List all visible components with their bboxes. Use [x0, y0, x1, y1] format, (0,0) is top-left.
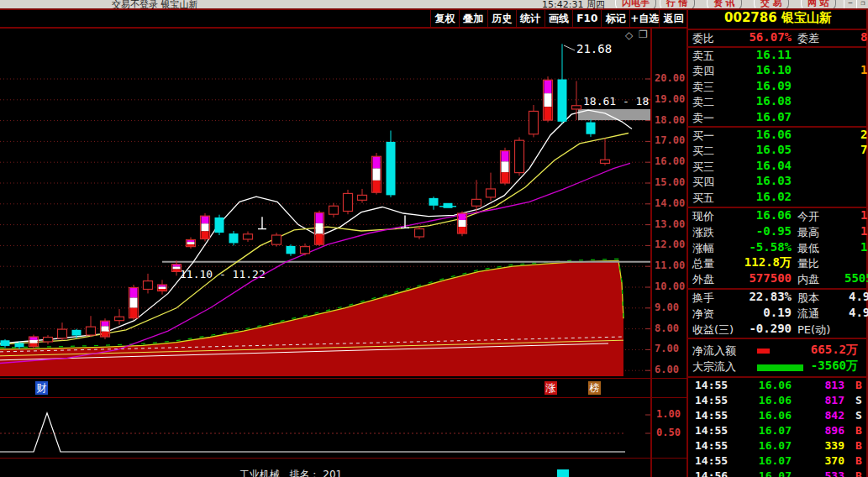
panel-value: 16.09: [756, 79, 792, 92]
panes-icon[interactable]: ❐: [639, 29, 648, 40]
candle-mark: [544, 76, 553, 123]
price-axis-label: 18.00: [655, 114, 685, 126]
candle-down: [287, 244, 296, 256]
panel-value: 买三: [692, 160, 714, 175]
fund-flow-row: 大宗流入-3560万: [688, 359, 868, 375]
pane-divider-3: [0, 458, 687, 459]
sell-level-row[interactable]: 卖三16.09: [688, 79, 868, 94]
panel-value: 817: [825, 394, 844, 406]
panel-value: 卖二: [692, 95, 714, 110]
toolbar-button-画线[interactable]: 画线: [545, 10, 574, 27]
tag-rise[interactable]: 涨: [544, 381, 557, 395]
panel-value: 339: [825, 439, 844, 452]
panel-value: -5.58%: [749, 240, 792, 254]
candle-down: [387, 131, 396, 197]
info-row: 涨幅-5.58%最低15: [688, 240, 868, 255]
toolbar-button-返回[interactable]: 返回: [660, 10, 688, 27]
panel-value: 收益(三): [692, 322, 734, 338]
buy-level-row[interactable]: 买三16.04: [688, 159, 868, 174]
candle-down: [587, 119, 596, 137]
panel-value: 卖五: [692, 49, 714, 64]
main-chart[interactable]: 18.61 - 18.0011.10 - 11.2221.68: [0, 29, 651, 378]
toolbar-button-F10[interactable]: F10: [573, 10, 602, 27]
toolbar-button-+自选[interactable]: +自选: [630, 10, 660, 27]
candle-up: [329, 203, 339, 218]
buy-level-row[interactable]: 买四16.03: [688, 174, 868, 189]
panel-value: 14:55: [695, 409, 728, 422]
panel-value: 委比: [692, 31, 714, 46]
buy-level-row[interactable]: 买二16.0575: [688, 143, 868, 158]
tick-row: 14:5516.07339B: [688, 438, 868, 453]
candle-down: [229, 231, 239, 245]
panel-value: 896: [825, 424, 844, 437]
tag-rank[interactable]: 榜: [588, 381, 601, 395]
candle-mark: [101, 318, 110, 339]
quote-panel: 002786 银宝山新 委比56.07%委差86卖五16.11卖四16.1016…: [688, 10, 868, 477]
toolbar-button-叠加[interactable]: 叠加: [460, 10, 488, 27]
candle-mark: [315, 211, 324, 246]
info-row: 总量112.8万量比: [688, 255, 868, 270]
candle-down: [429, 197, 439, 210]
candle-mark: [458, 211, 467, 236]
toolbar-button-统计[interactable]: 统计: [517, 10, 545, 27]
panel-value: PE(动): [797, 322, 830, 338]
panel-value: 卖一: [692, 111, 714, 126]
candle-up: [244, 232, 253, 242]
candle-up: [529, 105, 539, 137]
panel-value: 16.07: [756, 110, 792, 123]
chart-toolbar: 复权叠加历史统计画线F10标记+自选返回: [430, 10, 688, 27]
candle-down: [558, 44, 567, 123]
candle-mark: [201, 213, 210, 241]
panel-value: 16.04: [756, 159, 792, 172]
sell-level-row[interactable]: 卖二16.08: [688, 94, 868, 109]
tick-row: 14:5516.06813B: [688, 378, 868, 393]
panel-value: 16.02: [756, 190, 792, 203]
panel-value: 买五: [692, 191, 714, 206]
info-row: 换手22.83%股本4.97: [688, 290, 868, 305]
panel-value: 涨跌: [692, 225, 714, 240]
sell-level-row[interactable]: 卖五16.11: [688, 48, 868, 63]
diamond-icon[interactable]: ◇: [625, 29, 633, 41]
sell-level-row[interactable]: 卖一16.07: [688, 110, 868, 125]
panel-value: 股本: [797, 291, 819, 306]
panel-separator: [687, 338, 868, 339]
sell-level-row[interactable]: 卖四16.1016: [688, 63, 868, 78]
info-row: 涨跌-0.95最高17: [688, 224, 868, 239]
panel-value: -0.290: [749, 322, 792, 335]
toolbar-button-复权[interactable]: 复权: [431, 10, 460, 27]
panel-value: 买四: [692, 175, 714, 190]
panel-value: 370: [825, 454, 844, 467]
candle-up: [515, 137, 524, 176]
panel-value: 流通: [797, 307, 819, 322]
price-axis-label: 7.00: [655, 343, 679, 354]
toolbar-button-历史[interactable]: 历史: [488, 10, 517, 27]
panel-value: 16.05: [756, 143, 792, 156]
tick-row: 14:5516.06842S: [688, 408, 868, 423]
candle-mark: [129, 285, 139, 320]
panel-value: 现价: [692, 209, 714, 224]
tick-row: 14:5516.07896B: [688, 423, 868, 438]
panel-value: 16.07: [759, 439, 792, 452]
buy-level-row[interactable]: 买五16.02: [688, 190, 868, 205]
candle-up: [344, 190, 353, 214]
panel-value: 16.07: [759, 424, 792, 437]
bottom-marker: [557, 469, 569, 477]
price-axis-label: 12.00: [655, 238, 685, 250]
sub-indicator-chart[interactable]: [0, 398, 650, 458]
buy-level-row[interactable]: 买一16.0628: [688, 128, 868, 143]
panel-value: 量比: [797, 256, 819, 271]
panel-value: 内盘: [797, 272, 819, 287]
panel-value: S: [855, 394, 862, 406]
panel-value: 75: [860, 143, 868, 156]
industry-rank-text: 工业机械 排名： 201: [239, 468, 342, 477]
toolbar-button-标记[interactable]: 标记: [602, 10, 630, 27]
tag-finance[interactable]: 财: [35, 381, 48, 395]
fund-flow-row: 净流入额665.2万: [688, 343, 868, 359]
candle-up: [144, 274, 153, 294]
panel-value: 533: [825, 469, 844, 477]
panel-value: 买一: [692, 128, 714, 144]
panel-value: 16.10: [756, 63, 792, 76]
price-axis-label: 14.00: [655, 197, 685, 209]
panel-value: 买二: [692, 144, 714, 159]
pane-divider-1: [0, 378, 687, 379]
